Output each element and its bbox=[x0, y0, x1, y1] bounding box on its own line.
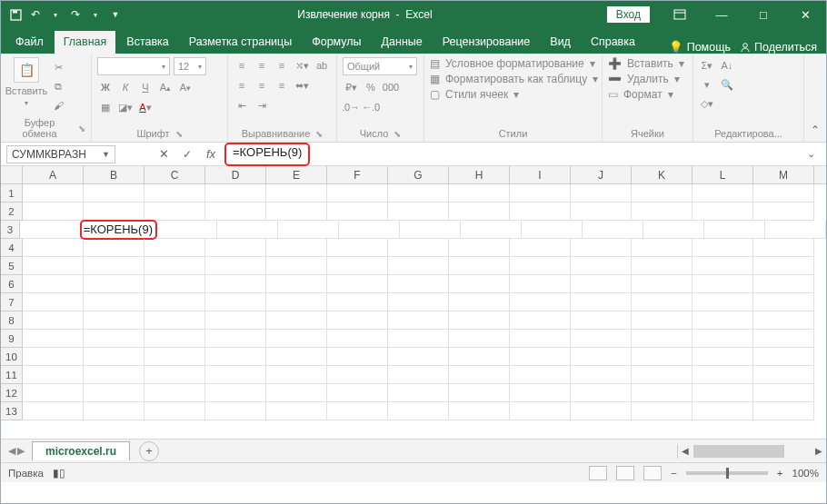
italic-button[interactable]: К bbox=[117, 79, 134, 95]
cell[interactable] bbox=[144, 293, 205, 311]
cell[interactable] bbox=[632, 384, 692, 402]
scroll-right-icon[interactable]: ▶ bbox=[812, 446, 826, 456]
cell[interactable] bbox=[84, 203, 144, 221]
cell[interactable] bbox=[266, 257, 327, 275]
row-header[interactable]: 13 bbox=[1, 402, 23, 420]
cell[interactable] bbox=[327, 203, 388, 221]
row-header[interactable]: 3 bbox=[1, 221, 20, 239]
font-size-combo[interactable]: 12▾ bbox=[174, 57, 206, 75]
name-box[interactable]: СУММКВРАЗН▼ bbox=[6, 145, 115, 163]
increase-indent-icon[interactable]: ⇥ bbox=[254, 97, 270, 114]
cell[interactable] bbox=[632, 203, 692, 221]
share-button[interactable]: Поделиться bbox=[740, 41, 817, 54]
cell[interactable] bbox=[632, 275, 692, 293]
column-header[interactable]: D bbox=[205, 166, 266, 183]
row-header[interactable]: 11 bbox=[1, 366, 23, 384]
login-button[interactable]: Вход bbox=[607, 6, 650, 23]
cell[interactable] bbox=[753, 184, 814, 203]
font-name-combo[interactable]: ▾ bbox=[97, 57, 170, 75]
copy-icon[interactable]: ⧉ bbox=[50, 78, 66, 94]
cell[interactable] bbox=[144, 203, 205, 221]
cell[interactable] bbox=[266, 275, 327, 293]
row-header[interactable]: 1 bbox=[1, 184, 23, 203]
zoom-slider[interactable] bbox=[686, 471, 768, 475]
row-header[interactable]: 6 bbox=[1, 275, 23, 293]
cell[interactable] bbox=[449, 366, 510, 384]
cell[interactable] bbox=[266, 330, 327, 348]
tab-layout[interactable]: Разметка страницы bbox=[180, 31, 301, 54]
maximize-icon[interactable]: □ bbox=[742, 1, 784, 28]
qat-dd-2[interactable]: ▾ bbox=[88, 7, 103, 22]
cell[interactable] bbox=[510, 184, 571, 203]
close-icon[interactable]: ✕ bbox=[784, 1, 826, 28]
align-right-icon[interactable]: ≡ bbox=[274, 77, 290, 94]
cell[interactable] bbox=[84, 402, 144, 420]
tab-help[interactable]: Справка bbox=[582, 31, 644, 54]
cell[interactable] bbox=[23, 311, 84, 330]
cell[interactable] bbox=[84, 293, 144, 311]
cell[interactable] bbox=[388, 203, 449, 221]
cell[interactable] bbox=[144, 384, 205, 402]
column-header[interactable]: I bbox=[510, 166, 571, 183]
cell[interactable] bbox=[449, 203, 510, 221]
paste-button[interactable]: 📋 Вставить ▾ bbox=[6, 57, 46, 107]
row-header[interactable]: 10 bbox=[1, 348, 23, 366]
sheet-nav-last-icon[interactable]: ▶ bbox=[17, 445, 25, 457]
column-header[interactable]: B bbox=[84, 166, 144, 183]
cell[interactable] bbox=[510, 384, 571, 402]
cell[interactable] bbox=[388, 330, 449, 348]
cell[interactable] bbox=[692, 348, 753, 366]
tab-home[interactable]: Главная bbox=[55, 31, 116, 54]
cell[interactable] bbox=[388, 184, 449, 203]
cell[interactable] bbox=[266, 348, 327, 366]
cell[interactable] bbox=[327, 257, 388, 275]
format-painter-icon[interactable]: 🖌 bbox=[50, 97, 66, 114]
cell[interactable] bbox=[388, 384, 449, 402]
cell[interactable] bbox=[388, 366, 449, 384]
cell[interactable] bbox=[753, 330, 814, 348]
row-header[interactable]: 4 bbox=[1, 239, 23, 257]
worksheet-grid[interactable]: ABCDEFGHIJKLM 123=КОРЕНЬ(9)4567891011121… bbox=[1, 166, 826, 439]
cell[interactable] bbox=[23, 384, 84, 402]
bold-button[interactable]: Ж bbox=[97, 79, 114, 95]
cell[interactable] bbox=[692, 203, 753, 221]
cell[interactable] bbox=[510, 293, 571, 311]
cell[interactable] bbox=[327, 330, 388, 348]
cell[interactable] bbox=[144, 330, 205, 348]
cell[interactable] bbox=[449, 275, 510, 293]
cell[interactable] bbox=[266, 239, 327, 257]
cell[interactable] bbox=[266, 203, 327, 221]
cell[interactable] bbox=[205, 311, 266, 330]
cell[interactable] bbox=[266, 402, 327, 420]
align-middle-icon[interactable]: ≡ bbox=[254, 57, 270, 74]
cell[interactable] bbox=[205, 384, 266, 402]
cell[interactable] bbox=[571, 402, 632, 420]
cell[interactable] bbox=[144, 184, 205, 203]
underline-button[interactable]: Ч bbox=[137, 79, 154, 95]
cell[interactable] bbox=[692, 293, 753, 311]
currency-icon[interactable]: ₽▾ bbox=[343, 79, 359, 95]
row-header[interactable]: 8 bbox=[1, 311, 23, 330]
cell[interactable] bbox=[692, 184, 753, 203]
cell[interactable] bbox=[522, 221, 583, 239]
cell[interactable] bbox=[144, 348, 205, 366]
column-header[interactable]: H bbox=[449, 166, 510, 183]
cell[interactable] bbox=[510, 402, 571, 420]
align-top-icon[interactable]: ≡ bbox=[234, 57, 250, 74]
cell[interactable] bbox=[571, 239, 632, 257]
cell[interactable] bbox=[144, 402, 205, 420]
cell[interactable] bbox=[449, 257, 510, 275]
cell[interactable] bbox=[692, 311, 753, 330]
cell[interactable] bbox=[449, 330, 510, 348]
ribbon-display-icon[interactable] bbox=[659, 1, 701, 28]
cell[interactable] bbox=[84, 184, 144, 203]
cell[interactable] bbox=[388, 311, 449, 330]
cell[interactable] bbox=[23, 366, 84, 384]
column-header[interactable]: E bbox=[266, 166, 327, 183]
column-header[interactable]: A bbox=[23, 166, 84, 183]
cell[interactable] bbox=[327, 275, 388, 293]
cell[interactable] bbox=[327, 239, 388, 257]
formula-bar-input[interactable]: =КОРЕНЬ(9) bbox=[229, 145, 305, 163]
clear-icon[interactable]: ◇▾ bbox=[699, 95, 715, 112]
cell[interactable] bbox=[327, 384, 388, 402]
